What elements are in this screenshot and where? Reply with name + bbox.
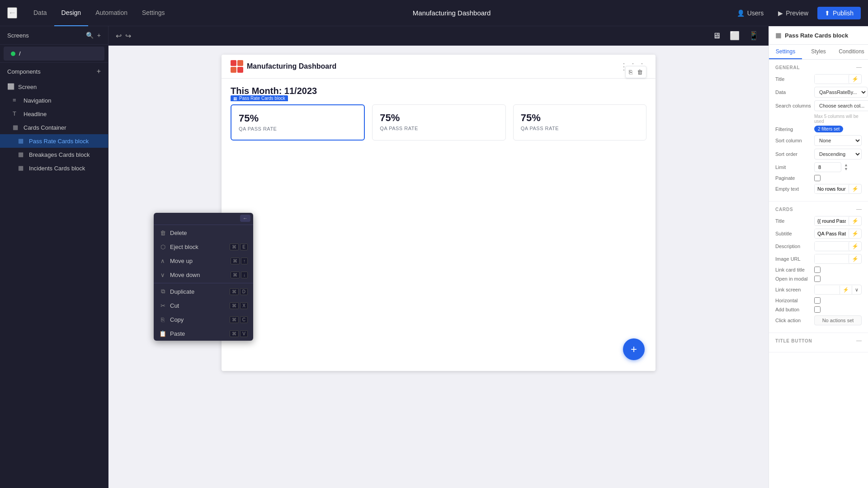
component-item-headline[interactable]: T Headline [0,107,108,121]
component-item-cards-container[interactable]: ▦ Cards Container [0,121,108,134]
stat-card-1[interactable]: 75% QA PASS RATE [231,104,365,141]
mobile-view-button[interactable]: 📱 [746,30,761,42]
title-button-header: TITLE BUTTON — [775,338,862,344]
title-button-collapse-button[interactable]: — [856,338,862,344]
open-in-modal-checkbox[interactable] [814,276,821,282]
play-icon: ▶ [778,9,783,17]
preview-button[interactable]: ▶ Preview [773,7,814,19]
card-description-input[interactable] [815,242,849,251]
card-title-input[interactable] [815,216,849,225]
ctx-item-cut[interactable]: ✂ Cut ⌘X [154,299,253,313]
tab-styles-panel[interactable]: Styles [802,45,835,59]
sort-order-select[interactable]: Descending [814,149,862,160]
data-select[interactable]: QaPassRateBy... [814,87,868,98]
logo-sq-1 [231,60,236,66]
field-row-sort-column: Sort column None [775,135,862,146]
filtering-badge[interactable]: 2 filters set [814,126,843,132]
tab-settings-panel[interactable]: Settings [769,45,802,59]
right-panel-tabs: Settings Styles Conditions [769,45,868,60]
card-subtitle-input[interactable] [815,229,849,238]
link-screen-lightning-button[interactable]: ⚡ [840,286,852,294]
undo-redo-group: ↩ ↪ [116,32,131,40]
canvas-content[interactable]: Manufacturing Dashboard ⋮⋮⋮ ⎘ 🗑 This Mon… [108,46,769,488]
field-row-filtering: Filtering 2 filters set [775,126,862,132]
tab-conditions-panel[interactable]: Conditions [835,45,868,59]
components-label: Components [7,68,41,75]
sort-column-select[interactable]: None [814,135,862,146]
image-url-lightning-button[interactable]: ⚡ [849,254,861,263]
users-icon: 👤 [737,9,745,17]
ctx-item-delete[interactable]: 🗑 Delete [154,226,253,240]
publish-button[interactable]: ⬆ Publish [817,7,861,19]
click-action-button[interactable]: No actions set [814,315,862,325]
limit-down-button[interactable]: ▼ [844,167,848,171]
ctx-label-delete: Delete [170,230,187,236]
card-title-lightning-button[interactable]: ⚡ [849,216,861,225]
empty-text-lightning-button[interactable]: ⚡ [849,184,861,193]
cards-collapse-button[interactable]: — [856,206,862,212]
horizontal-checkbox[interactable] [814,297,821,304]
context-menu-back-button[interactable]: ← [240,215,250,222]
desktop-view-button[interactable]: 🖥 [710,30,723,42]
ctx-shortcut-cut: ⌘X [230,302,248,309]
card-description-lightning-button[interactable]: ⚡ [849,242,861,251]
redo-button[interactable]: ↪ [125,32,131,40]
tab-settings[interactable]: Settings [135,0,172,26]
ctx-item-duplicate[interactable]: ⧉ Duplicate ⌘D [154,284,253,299]
panel-header-title: Pass Rate Cards block [785,32,848,39]
container-comp-icon: ▦ [13,124,20,131]
component-item-incidents[interactable]: ▦ Incidents Cards block [0,161,108,175]
component-item-screen[interactable]: ⬜ Screen [0,80,108,94]
nav-tabs: Data Design Automation Settings [26,0,172,26]
block-delete-button[interactable]: 🗑 [635,68,645,76]
search-columns-select[interactable]: Choose search col... [814,100,868,111]
main-layout: Screens 🔍 + / Components + ⬜ Screen ≡ Na… [0,26,868,488]
empty-text-input[interactable] [815,184,849,193]
link-card-title-checkbox[interactable] [814,267,821,273]
headline-comp-icon: T [13,110,20,117]
stat-card-3[interactable]: 75% QA PASS RATE [513,104,646,141]
sort-column-label: Sort column [775,138,811,143]
block-copy-button[interactable]: ⎘ [627,68,634,76]
add-component-button[interactable]: + [97,67,101,75]
back-button[interactable]: ← [7,7,17,19]
link-screen-label: Link screen [775,287,811,292]
card-subtitle-lightning-button[interactable]: ⚡ [849,229,861,238]
open-in-modal-label: Open in modal [775,276,811,282]
screen-item-root[interactable]: / [4,47,104,61]
title-input[interactable] [815,75,849,84]
general-collapse-button[interactable]: — [856,64,862,70]
undo-button[interactable]: ↩ [116,32,122,40]
block-toolbar: ⎘ 🗑 [625,66,646,78]
title-field-label: Title [775,76,811,82]
tab-automation[interactable]: Automation [88,0,135,26]
component-item-breakages[interactable]: ▦ Breakages Cards block [0,148,108,161]
component-item-pass-rate[interactable]: ▦ Pass Rate Cards block [0,134,108,148]
link-screen-input[interactable] [815,285,840,294]
limit-input[interactable] [814,162,841,172]
component-item-navigation[interactable]: ≡ Navigation [0,94,108,107]
image-url-input[interactable] [815,254,849,263]
paginate-checkbox[interactable] [814,175,821,181]
title-lightning-button[interactable]: ⚡ [849,75,861,84]
ctx-item-paste[interactable]: 📋 Paste ⌘V [154,327,253,341]
add-screen-button[interactable]: + [97,32,101,39]
tab-data[interactable]: Data [26,0,54,26]
tablet-view-button[interactable]: ⬜ [727,30,742,42]
add-button-checkbox[interactable] [814,306,821,313]
ctx-item-eject[interactable]: ⬡ Eject block ⌘E [154,240,253,254]
ctx-item-move-down[interactable]: ∨ Move down ⌘↓ [154,268,253,282]
field-row-click-action: Click action No actions set [775,315,862,325]
top-nav: ← Data Design Automation Settings Manufa… [0,0,868,26]
ctx-item-move-up[interactable]: ∧ Move up ⌘↑ [154,254,253,268]
ctx-item-copy[interactable]: ⎘ Copy ⌘C [154,313,253,327]
limit-input-group: ▲ ▼ [814,162,848,172]
link-screen-dropdown-button[interactable]: ∨ [852,286,861,294]
comp-label-navigation: Navigation [24,97,51,104]
click-action-label: Click action [775,318,811,323]
stat-card-2[interactable]: 75% QA PASS RATE [372,104,505,141]
tab-design[interactable]: Design [54,0,89,26]
users-button[interactable]: 👤 Users [731,7,769,19]
search-icon-button[interactable]: 🔍 [86,32,94,39]
fab-button[interactable]: + [623,338,645,360]
